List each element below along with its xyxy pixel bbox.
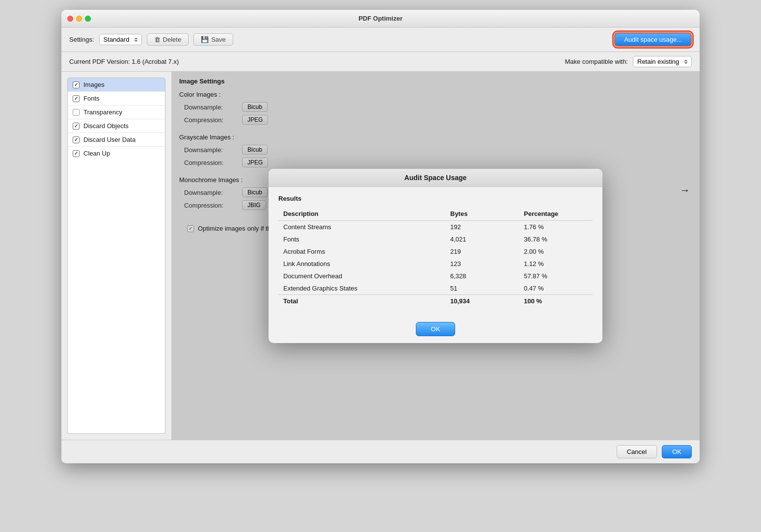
pdf-version-label: Current PDF Version: 1.6 (Acrobat 7.x) <box>69 58 179 65</box>
cell-description: Document Overhead <box>278 270 445 282</box>
cell-description: Link Annotations <box>278 258 445 270</box>
minimize-button[interactable] <box>76 16 82 22</box>
compat-row: Current PDF Version: 1.6 (Acrobat 7.x) M… <box>61 52 700 72</box>
sidebar-item-transparency[interactable]: Transparency <box>68 106 165 119</box>
sidebar: Images Fonts Transparency Discard Object… <box>67 78 165 434</box>
sidebar-item-discard-objects[interactable]: Discard Objects <box>68 119 165 133</box>
toolbar-left: Settings: Standard 🗑 Delete 💾 Save <box>69 33 233 46</box>
cell-percentage: 0.47 % <box>519 282 593 295</box>
cell-percentage: 36.78 % <box>519 233 593 245</box>
cell-percentage: 1.12 % <box>519 258 593 270</box>
cell-description: Total <box>278 294 445 307</box>
cell-bytes: 219 <box>445 245 519 258</box>
toolbar: Settings: Standard 🗑 Delete 💾 Save Audit… <box>61 27 700 52</box>
settings-select[interactable]: Standard <box>99 34 142 45</box>
main-content: Images Fonts Transparency Discard Object… <box>61 72 700 440</box>
discard-user-data-checkbox[interactable] <box>73 136 80 143</box>
cell-bytes: 10,934 <box>445 294 519 307</box>
cell-bytes: 51 <box>445 282 519 295</box>
dialog-ok-button[interactable]: OK <box>416 322 456 336</box>
traffic-lights <box>67 16 91 22</box>
col-bytes-header: Bytes <box>445 207 519 221</box>
cell-description: Extended Graphics States <box>278 282 445 295</box>
window-title: PDF Optimizer <box>358 15 403 22</box>
images-label: Images <box>83 81 105 88</box>
discard-objects-label: Discard Objects <box>83 122 129 130</box>
panel-area: Image Settings Color Images : Downsample… <box>171 72 700 440</box>
table-row: Link Annotations 123 1.12 % <box>278 258 593 270</box>
cell-bytes: 123 <box>445 258 519 270</box>
audit-label: Audit space usage... <box>624 36 682 43</box>
maximize-button[interactable] <box>85 16 91 22</box>
table-row: Content Streams 192 1.76 % <box>278 220 593 233</box>
cell-percentage: 1.76 % <box>519 220 593 233</box>
cell-percentage: 2.00 % <box>519 245 593 258</box>
transparency-checkbox[interactable] <box>73 109 80 116</box>
results-tbody: Content Streams 192 1.76 % Fonts 4,021 3… <box>278 220 593 307</box>
dialog-overlay: Audit Space Usage Results Description By… <box>171 72 700 440</box>
make-compat-label: Make compatible with: <box>565 58 628 65</box>
settings-label: Settings: <box>69 36 94 43</box>
cell-percentage: 57.87 % <box>519 270 593 282</box>
dialog-title: Audit Space Usage <box>269 169 602 187</box>
sidebar-item-discard-user-data[interactable]: Discard User Data <box>68 133 165 147</box>
compat-select[interactable]: Retain existing <box>633 56 692 67</box>
dialog-content: Results Description Bytes Percentage <box>269 187 602 315</box>
main-window: PDF Optimizer Settings: Standard 🗑 Delet… <box>61 10 700 463</box>
save-icon: 💾 <box>201 36 209 43</box>
save-button[interactable]: 💾 Save <box>193 33 233 46</box>
trash-icon: 🗑 <box>154 36 161 43</box>
compat-right: Make compatible with: Retain existing <box>565 56 692 67</box>
cell-bytes: 6,328 <box>445 270 519 282</box>
fonts-checkbox[interactable] <box>73 95 80 102</box>
save-label: Save <box>211 36 226 43</box>
col-percentage-header: Percentage <box>519 207 593 221</box>
images-checkbox[interactable] <box>73 81 80 88</box>
fonts-label: Fonts <box>83 95 100 102</box>
sidebar-item-images[interactable]: Images <box>68 78 165 92</box>
audit-dialog: Audit Space Usage Results Description By… <box>269 169 602 343</box>
close-button[interactable] <box>67 16 73 22</box>
table-header-row: Description Bytes Percentage <box>278 207 593 221</box>
clean-up-checkbox[interactable] <box>73 150 80 157</box>
footer: Cancel OK <box>61 440 700 463</box>
table-row: Fonts 4,021 36.78 % <box>278 233 593 245</box>
cancel-button[interactable]: Cancel <box>617 445 657 458</box>
table-row: Total 10,934 100 % <box>278 294 593 307</box>
clean-up-label: Clean Up <box>83 150 110 157</box>
results-label: Results <box>278 195 593 202</box>
delete-button[interactable]: 🗑 Delete <box>147 33 189 46</box>
delete-label: Delete <box>163 36 182 43</box>
sidebar-item-clean-up[interactable]: Clean Up <box>68 147 165 160</box>
dialog-footer: OK <box>269 315 602 343</box>
col-description-header: Description <box>278 207 445 221</box>
discard-user-data-label: Discard User Data <box>83 136 136 143</box>
cell-percentage: 100 % <box>519 294 593 307</box>
cell-bytes: 192 <box>445 220 519 233</box>
discard-objects-checkbox[interactable] <box>73 123 80 130</box>
table-row: Document Overhead 6,328 57.87 % <box>278 270 593 282</box>
transparency-label: Transparency <box>83 108 122 116</box>
cell-description: Acrobat Forms <box>278 245 445 258</box>
table-row: Extended Graphics States 51 0.47 % <box>278 282 593 295</box>
table-row: Acrobat Forms 219 2.00 % <box>278 245 593 258</box>
sidebar-item-fonts[interactable]: Fonts <box>68 92 165 106</box>
titlebar: PDF Optimizer <box>61 10 700 27</box>
cell-description: Content Streams <box>278 220 445 233</box>
ok-button[interactable]: OK <box>662 445 692 458</box>
cell-bytes: 4,021 <box>445 233 519 245</box>
cell-description: Fonts <box>278 233 445 245</box>
results-table: Description Bytes Percentage Content Str… <box>278 207 593 307</box>
audit-space-usage-button[interactable]: Audit space usage... <box>614 32 692 47</box>
